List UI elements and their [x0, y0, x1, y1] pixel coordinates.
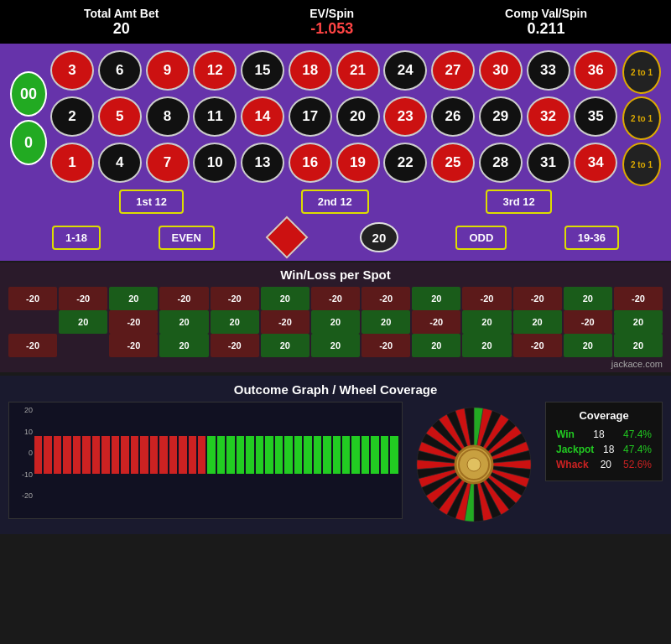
- bar-21: [237, 406, 244, 503]
- bar-23: [256, 406, 263, 503]
- number-16[interactable]: 16: [289, 143, 332, 183]
- number-30[interactable]: 30: [479, 50, 523, 91]
- number-17[interactable]: 17: [289, 96, 332, 137]
- red-diamond[interactable]: [266, 216, 309, 259]
- number-27[interactable]: 27: [431, 50, 475, 91]
- number-20[interactable]: 20: [336, 96, 380, 137]
- number-18[interactable]: 18: [289, 50, 332, 91]
- winloss-grid: -20-2020-20-2020-20-2020-20-2020-2020-20…: [8, 287, 663, 357]
- bar-chart-inner: 20 10 0 -10 -20: [9, 402, 402, 518]
- roulette-table: 00 0 36912151821242730333625811141720232…: [0, 44, 671, 261]
- number-24[interactable]: 24: [383, 50, 427, 91]
- wl-cell-1-12: 20: [614, 310, 663, 334]
- col-bet-2[interactable]: 2 to 1: [622, 96, 661, 140]
- number-21[interactable]: 21: [336, 50, 380, 91]
- number-11[interactable]: 11: [193, 96, 237, 137]
- coverage-title: Coverage: [556, 409, 652, 422]
- wl-cell-2-4: -20: [211, 334, 259, 357]
- bar-0: [34, 406, 42, 503]
- wl-cell-1-9: 20: [462, 310, 511, 334]
- bar-15: [179, 406, 186, 503]
- number-1[interactable]: 1: [50, 143, 94, 183]
- number-7[interactable]: 7: [146, 143, 190, 183]
- wl-cell-1-11: -20: [564, 310, 612, 334]
- number-12[interactable]: 12: [193, 50, 237, 91]
- wl-cell-1-6: 20: [311, 310, 360, 334]
- number-33[interactable]: 33: [527, 50, 570, 91]
- wl-cell-1-7: 20: [362, 310, 410, 334]
- bar-18: [207, 406, 215, 503]
- number-8[interactable]: 8: [146, 96, 190, 137]
- coverage-box: Coverage Win 18 47.4% Jackpot 18 47.4% W…: [545, 402, 663, 481]
- svg-point-2: [467, 458, 481, 471]
- number-32[interactable]: 32: [527, 96, 570, 137]
- wl-cell-2-3: 20: [159, 334, 208, 357]
- bottom-bets: 1-18 EVEN 20 ODD 19-36: [10, 217, 661, 256]
- number-3[interactable]: 3: [50, 50, 94, 91]
- coverage-jackpot-row: Jackpot 18 47.4%: [556, 444, 652, 455]
- winloss-section: Win/Loss per Spot -20-2020-20-2020-20-20…: [0, 262, 671, 372]
- zero[interactable]: 0: [10, 120, 47, 165]
- number-14[interactable]: 14: [241, 96, 284, 137]
- dozen-row: 1st 12 2nd 12 3rd 12: [10, 186, 661, 217]
- number-25[interactable]: 25: [431, 143, 475, 183]
- wl-cell-0-0: -20: [8, 287, 57, 310]
- number-29[interactable]: 29: [479, 96, 523, 137]
- number-36[interactable]: 36: [574, 50, 617, 91]
- wl-cell-0-11: 20: [564, 287, 612, 310]
- number-5[interactable]: 5: [98, 96, 142, 137]
- wl-cell-0-10: -20: [513, 287, 562, 310]
- number-34[interactable]: 34: [574, 143, 617, 183]
- wl-cell-0-7: -20: [362, 287, 410, 310]
- total-amt-bet-value: 20: [84, 20, 159, 38]
- number-35[interactable]: 35: [574, 96, 617, 137]
- number-22[interactable]: 22: [383, 143, 427, 183]
- wl-cell-2-2: -20: [109, 334, 158, 357]
- bar-9: [121, 406, 128, 503]
- bar-4: [73, 406, 81, 503]
- number-2[interactable]: 2: [50, 96, 94, 137]
- number-31[interactable]: 31: [527, 143, 570, 183]
- wl-cell-1-3: 20: [159, 310, 208, 334]
- bar-25: [275, 406, 283, 503]
- bar-10: [131, 406, 138, 503]
- outcome-section: Outcome Graph / Wheel Coverage 20 10 0 -…: [0, 376, 671, 534]
- number-4[interactable]: 4: [98, 143, 142, 183]
- dozen-2nd[interactable]: 2nd 12: [301, 190, 369, 214]
- winloss-row-0: -20-2020-20-2020-20-2020-20-2020-20: [8, 287, 663, 310]
- wl-cell-2-11: 20: [564, 334, 612, 357]
- coverage-jackpot-pct: 47.4%: [623, 444, 652, 455]
- number-19[interactable]: 19: [336, 143, 380, 183]
- wl-cell-0-9: -20: [462, 287, 511, 310]
- dozen-1st[interactable]: 1st 12: [119, 190, 184, 214]
- bet-odd[interactable]: ODD: [455, 226, 507, 250]
- wl-cell-1-5: -20: [261, 310, 309, 334]
- number-26[interactable]: 26: [431, 96, 475, 137]
- number-10[interactable]: 10: [193, 143, 237, 183]
- col-bet-3[interactable]: 2 to 1: [622, 143, 661, 186]
- bar-2: [54, 406, 61, 503]
- col-bet-1[interactable]: 2 to 1: [622, 50, 661, 94]
- number-13[interactable]: 13: [241, 143, 284, 183]
- number-23[interactable]: 23: [383, 96, 427, 137]
- bet-1-18[interactable]: 1-18: [52, 226, 101, 250]
- wl-cell-0-4: -20: [211, 287, 259, 310]
- wl-cell-0-12: -20: [614, 287, 663, 310]
- winloss-title: Win/Loss per Spot: [8, 267, 663, 282]
- bar-19: [217, 406, 225, 503]
- outcome-content: 20 10 0 -10 -20 Coverage Win: [8, 402, 663, 527]
- bet-even[interactable]: EVEN: [159, 226, 215, 250]
- number-9[interactable]: 9: [146, 50, 190, 91]
- dozen-3rd[interactable]: 3rd 12: [486, 190, 551, 214]
- number-6[interactable]: 6: [98, 50, 142, 91]
- y-label-0: 0: [11, 449, 33, 457]
- comp-val-spin-label: Comp Val/Spin: [505, 7, 587, 20]
- bar-20: [226, 406, 234, 503]
- wheel-svg: [411, 402, 537, 527]
- number-15[interactable]: 15: [241, 50, 284, 91]
- double-zero[interactable]: 00: [10, 71, 47, 117]
- bar-26: [284, 406, 292, 503]
- number-28[interactable]: 28: [479, 143, 523, 183]
- bet-19-36[interactable]: 19-36: [564, 226, 619, 250]
- wl-cell-2-5: 20: [261, 334, 309, 357]
